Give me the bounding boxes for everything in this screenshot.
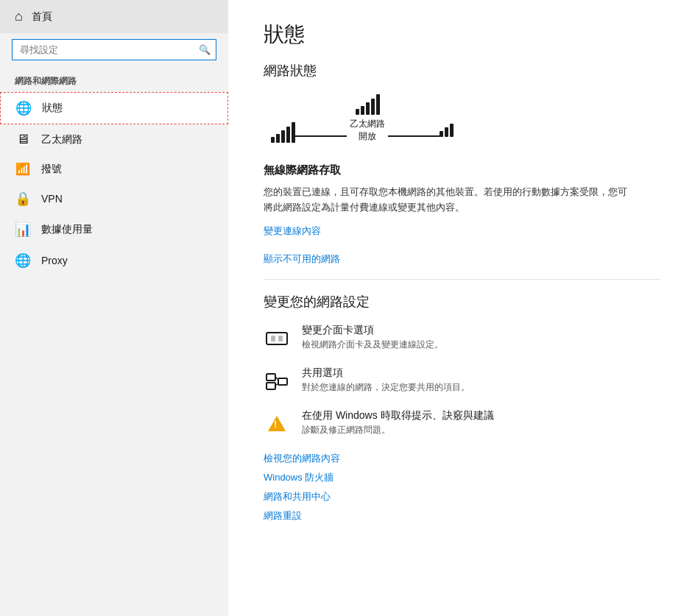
- sidebar-item-status[interactable]: 🌐 狀態: [0, 92, 228, 124]
- svg-rect-0: [267, 333, 287, 344]
- mbar2: [445, 127, 448, 137]
- svg-rect-1: [271, 336, 275, 341]
- sharing-desc: 對於您連線的網路，決定您要共用的項目。: [302, 381, 470, 394]
- eth-label: 乙太網路 開放: [350, 118, 385, 143]
- wireless-desc: 您的裝置已連線，且可存取您本機網路的其他裝置。若使用的行動數據方案受限，您可將此…: [264, 185, 632, 216]
- adapter-icon: [264, 325, 290, 352]
- sidebar-item-data-usage[interactable]: 📊 數據使用量: [0, 214, 228, 245]
- sidebar-item-label-dialup: 撥號: [41, 163, 62, 176]
- search-icon: 🔍: [199, 44, 211, 55]
- dialup-icon: 📶: [15, 162, 31, 176]
- sidebar-item-label-ethernet: 乙太網路: [41, 133, 82, 146]
- home-icon: ⌂: [15, 9, 23, 24]
- bar3: [281, 130, 285, 143]
- sharing-icon: [264, 368, 290, 394]
- network-diagram: 乙太網路 開放: [264, 91, 660, 143]
- bar2: [276, 134, 280, 143]
- proxy-icon: 🌐: [15, 252, 31, 269]
- adapter-option: 變更介面卡選項 檢視網路介面卡及及變更連線設定。: [264, 324, 660, 352]
- sidebar-item-label-data-usage: 數據使用量: [41, 223, 93, 236]
- signal-bars-center: [356, 91, 380, 115]
- network-reset-link[interactable]: 網路重設: [264, 509, 660, 523]
- warning-triangle-icon: [268, 416, 286, 431]
- change-network-title: 變更您的網路設定: [264, 293, 660, 311]
- troubleshoot-text: 在使用 Windows 時取得提示、訣竅與建議 診斷及修正網路問題。: [302, 409, 494, 436]
- svg-rect-3: [267, 374, 275, 380]
- mbar3: [450, 124, 454, 137]
- sidebar-item-label-vpn: VPN: [41, 193, 63, 205]
- change-connection-link[interactable]: 變更連線內容: [264, 224, 660, 238]
- bar1: [271, 137, 275, 143]
- windows-firewall-link[interactable]: Windows 防火牆: [264, 471, 660, 484]
- view-network-content-link[interactable]: 檢視您的網路內容: [264, 452, 660, 465]
- network-status-title: 網路狀態: [264, 62, 660, 79]
- search-area: 🔍: [0, 33, 228, 69]
- svg-rect-5: [278, 378, 287, 385]
- svg-rect-4: [267, 383, 275, 389]
- bar5: [292, 122, 295, 143]
- page-title: 狀態: [264, 21, 660, 49]
- sidebar-item-vpn[interactable]: 🔒 VPN: [0, 183, 228, 214]
- adapter-text: 變更介面卡選項 檢視網路介面卡及及變更連線設定。: [302, 324, 443, 351]
- sidebar-item-label-status: 狀態: [42, 102, 63, 115]
- wireless-access-section: 無線際網路存取 您的裝置已連線，且可存取您本機網路的其他裝置。若使用的行動數據方…: [264, 163, 660, 238]
- cbar4: [371, 99, 375, 115]
- wireless-title: 無線際網路存取: [264, 163, 660, 177]
- troubleshoot-desc: 診斷及修正網路問題。: [302, 424, 494, 436]
- sharing-option: 共用選項 對於您連線的網路，決定您要共用的項目。: [264, 367, 660, 394]
- sidebar-section-label: 網路和網際網路: [0, 69, 228, 92]
- cbar3: [366, 102, 370, 115]
- sidebar-item-proxy[interactable]: 🌐 Proxy: [0, 245, 228, 276]
- status-icon: 🌐: [15, 100, 32, 116]
- divider-1: [264, 279, 660, 280]
- sidebar-item-dialup[interactable]: 📶 撥號: [0, 155, 228, 183]
- ethernet-icon: 🖥: [15, 132, 31, 147]
- sharing-title: 共用選項: [302, 367, 470, 380]
- mbar1: [440, 131, 443, 137]
- sidebar-home-label: 首頁: [32, 10, 52, 24]
- main-content: 狀態 網路狀態 乙太網路 開放: [228, 0, 695, 616]
- show-unavailable-networks-link[interactable]: 顯示不可用的網路: [264, 252, 660, 266]
- network-sharing-center-link[interactable]: 網路和共用中心: [264, 490, 660, 503]
- cbar5: [376, 94, 380, 115]
- adapter-title: 變更介面卡選項: [302, 324, 443, 337]
- troubleshoot-title: 在使用 Windows 時取得提示、訣竅與建議: [302, 409, 494, 422]
- svg-rect-2: [278, 336, 283, 341]
- bottom-links: 檢視您的網路內容 Windows 防火牆 網路和共用中心 網路重設: [264, 452, 660, 523]
- troubleshoot-icon: [264, 411, 290, 437]
- sharing-text: 共用選項 對於您連線的網路，決定您要共用的項目。: [302, 367, 470, 394]
- sidebar: ⌂ 首頁 🔍 網路和網際網路 🌐 狀態 🖥 乙太網路 📶 撥號 🔒 VPN 📊 …: [0, 0, 228, 616]
- signal-bars-right: [440, 121, 454, 137]
- line-connector-1: [295, 135, 347, 137]
- vpn-icon: 🔒: [15, 191, 31, 207]
- signal-bars-left: [271, 119, 295, 143]
- cbar1: [356, 109, 359, 115]
- adapter-desc: 檢視網路介面卡及及變更連線設定。: [302, 339, 443, 351]
- cbar2: [361, 106, 364, 115]
- sidebar-item-label-proxy: Proxy: [41, 255, 68, 266]
- search-input[interactable]: [12, 39, 216, 60]
- troubleshoot-option: 在使用 Windows 時取得提示、訣竅與建議 診斷及修正網路問題。: [264, 409, 660, 437]
- line-connector-2: [388, 135, 440, 137]
- data-usage-icon: 📊: [15, 222, 31, 238]
- sidebar-item-ethernet[interactable]: 🖥 乙太網路: [0, 124, 228, 155]
- sidebar-item-home[interactable]: ⌂ 首頁: [0, 0, 228, 33]
- bar4: [286, 127, 290, 143]
- ethernet-node: 乙太網路 開放: [350, 91, 385, 143]
